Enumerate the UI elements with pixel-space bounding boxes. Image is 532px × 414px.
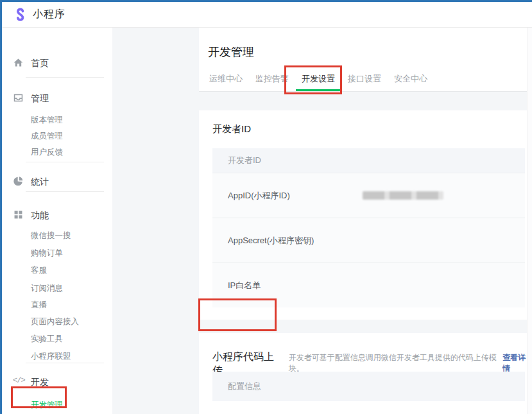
sidebar-item-subscribe-message[interactable]: 订阅消息 <box>31 282 63 294</box>
sidebar-item-features[interactable]: 功能 <box>2 209 112 221</box>
inbox-icon <box>13 92 24 103</box>
sidebar-item-shopping-orders[interactable]: 购物订单 <box>31 247 63 259</box>
appid-label: AppID(小程序ID) <box>228 190 363 202</box>
sidebar-item-home[interactable]: 首页 <box>2 56 112 69</box>
appid-redacted-value <box>363 191 443 200</box>
tab-ops-center[interactable]: 运维中心 <box>203 69 249 91</box>
developer-id-table: 开发者ID AppID(小程序ID) AppSecret(小程序密钥) IP白名… <box>212 148 525 307</box>
sidebar-divider <box>26 77 104 78</box>
page-title: 开发管理 <box>208 44 254 60</box>
sidebar-item-version-manage[interactable]: 版本管理 <box>31 114 63 126</box>
sidebar-item-label: 统计 <box>31 175 49 188</box>
table-row-appsecret: AppSecret(小程序密钥) <box>212 218 525 263</box>
scrollbar-track[interactable] <box>527 28 532 414</box>
sidebar-item-page-content[interactable]: 页面内容接入 <box>31 316 79 327</box>
sidebar-item-live[interactable]: 直播 <box>31 299 47 311</box>
table-row-appid: AppID(小程序ID) <box>212 173 525 218</box>
sidebar-divider <box>26 363 104 363</box>
page-header-panel: 开发管理 运维中心 监控告警 开发设置 接口设置 安全中心 <box>199 28 532 92</box>
sidebar-item-label: 管理 <box>31 92 49 105</box>
sidebar-item-customer-service[interactable]: 客服 <box>31 264 47 276</box>
appsecret-label: AppSecret(小程序密钥) <box>228 235 363 246</box>
developer-id-panel: 开发者ID 开发者ID AppID(小程序ID) AppSecret(小程序密钥… <box>199 110 532 320</box>
grid-icon <box>13 209 24 220</box>
sidebar: 首页 管理 版本管理 成员管理 用户反馈 统计 功能 微信搜一搜 购物订单 <box>2 28 112 414</box>
miniprogram-logo-icon <box>12 6 28 23</box>
code-upload-panel: 小程序代码上传 开发者可基于配置信息调用微信开发者工具提供的代码上传模块。 查看… <box>199 333 532 414</box>
ip-whitelist-label: IP白名单 <box>228 280 363 291</box>
sidebar-item-experiment-tools[interactable]: 实验工具 <box>31 333 63 345</box>
pie-chart-icon <box>13 176 24 187</box>
tab-security-center[interactable]: 安全中心 <box>388 69 434 91</box>
home-icon <box>13 57 24 68</box>
sidebar-item-label: 功能 <box>31 209 49 221</box>
sidebar-item-label: 首页 <box>31 56 49 69</box>
annotation-box-dev-settings-tab <box>284 65 342 94</box>
sidebar-item-member-manage[interactable]: 成员管理 <box>31 130 63 142</box>
sidebar-item-manage[interactable]: 管理 <box>2 92 112 105</box>
annotation-box-sidebar-dev-management <box>11 386 67 408</box>
code-upload-description: 开发者可基于配置信息调用微信开发者工具提供的代码上传模块。 <box>289 352 502 374</box>
code-icon: </> <box>13 376 24 387</box>
sidebar-item-wechat-search[interactable]: 微信搜一搜 <box>31 230 71 241</box>
page: 小程序 首页 管理 版本管理 成员管理 用户反馈 统计 <box>0 0 532 414</box>
top-header-bar: 小程序 <box>2 2 532 28</box>
sidebar-item-user-feedback[interactable]: 用户反馈 <box>31 146 63 158</box>
annotation-box-empty-region <box>198 298 277 331</box>
config-info-table-header: 配置信息 <box>212 372 525 401</box>
sidebar-divider <box>26 191 104 192</box>
section-title-developer-id: 开发者ID <box>212 123 251 135</box>
brand-title: 小程序 <box>33 8 65 21</box>
sidebar-item-miniprogram-union[interactable]: 小程序联盟 <box>31 350 71 362</box>
table-header: 开发者ID <box>212 148 525 173</box>
tab-api-settings[interactable]: 接口设置 <box>341 69 388 91</box>
sidebar-item-stats[interactable]: 统计 <box>2 175 112 188</box>
sidebar-divider <box>26 162 104 162</box>
